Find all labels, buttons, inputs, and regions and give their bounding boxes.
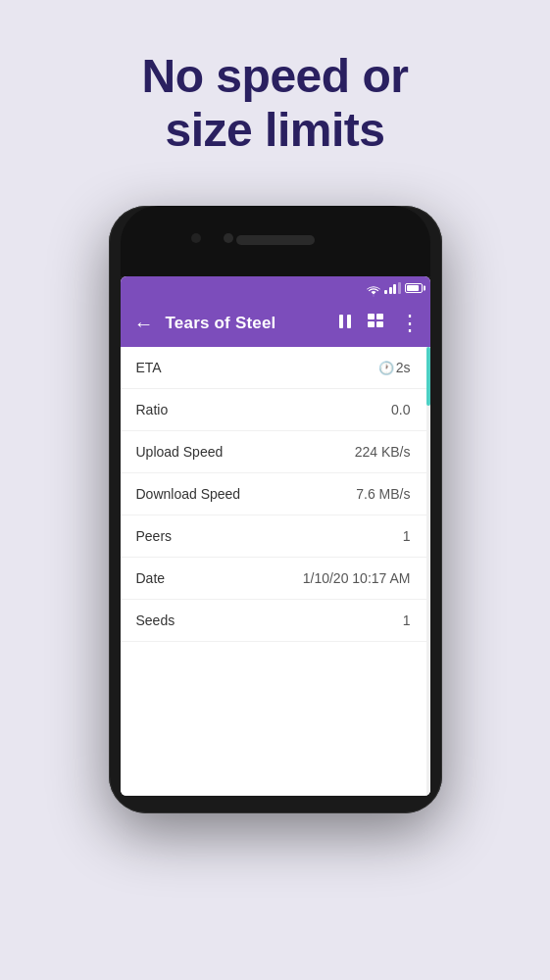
list-item: Upload Speed 224 KB/s — [121, 431, 426, 473]
svg-rect-3 — [376, 314, 383, 319]
pause-button[interactable] — [336, 313, 354, 335]
peers-value: 1 — [403, 528, 411, 544]
seeds-value: 1 — [403, 612, 411, 628]
content-area: ETA 🕐 2s Ratio 0.0 Upload Speed — [121, 347, 430, 796]
svg-rect-2 — [368, 314, 375, 319]
scrollbar-thumb — [426, 347, 430, 406]
headline-line1: No speed or — [142, 50, 409, 102]
list-item: Seeds 1 — [121, 600, 426, 642]
list-item: Download Speed 7.6 MB/s — [121, 473, 426, 515]
ratio-label: Ratio — [136, 402, 169, 417]
signal-bar-4 — [398, 282, 401, 294]
download-speed-value: 7.6 MB/s — [356, 486, 410, 502]
toolbar-title: Tears of Steel — [166, 314, 328, 333]
details-list: ETA 🕐 2s Ratio 0.0 Upload Speed — [121, 347, 426, 796]
camera-left — [191, 233, 201, 243]
list-item: ETA 🕐 2s — [121, 347, 426, 389]
peers-label: Peers — [136, 528, 173, 544]
phone-shell: ← Tears of Steel — [109, 206, 442, 813]
eta-label: ETA — [136, 360, 162, 375]
signal-bar-3 — [393, 284, 396, 294]
app-toolbar: ← Tears of Steel — [121, 300, 430, 347]
list-view-button[interactable] — [368, 314, 385, 334]
headline-line2: size limits — [166, 104, 385, 156]
svg-rect-0 — [339, 315, 343, 328]
seeds-label: Seeds — [136, 612, 175, 628]
phone-screen: ← Tears of Steel — [121, 276, 430, 796]
phone-mockup: ← Tears of Steel — [109, 206, 442, 813]
list-item: Date 1/10/20 10:17 AM — [121, 558, 426, 600]
list-item: Peers 1 — [121, 515, 426, 558]
eta-value: 🕐 2s — [378, 360, 411, 375]
signal-bars-icon — [384, 282, 401, 294]
date-label: Date — [136, 570, 166, 586]
speaker — [236, 235, 315, 245]
svg-rect-4 — [368, 321, 375, 327]
phone-top-bar — [121, 206, 430, 276]
battery-icon — [405, 283, 423, 293]
upload-speed-value: 224 KB/s — [355, 444, 411, 460]
date-value: 1/10/20 10:17 AM — [303, 570, 411, 586]
upload-speed-label: Upload Speed — [136, 444, 224, 460]
headline-text: No speed or size limits — [103, 49, 448, 157]
toolbar-actions: ⋮ — [336, 313, 421, 335]
clock-icon: 🕐 — [378, 361, 394, 375]
signal-bar-1 — [384, 290, 387, 294]
download-speed-label: Download Speed — [136, 486, 241, 502]
ratio-value: 0.0 — [391, 402, 410, 417]
scrollbar[interactable] — [426, 347, 430, 796]
svg-rect-1 — [347, 315, 351, 328]
camera-right — [224, 233, 233, 243]
back-button[interactable]: ← — [130, 309, 158, 339]
status-bar — [121, 276, 430, 300]
status-icons — [367, 282, 423, 294]
svg-rect-5 — [376, 321, 383, 327]
signal-bar-2 — [389, 287, 392, 294]
list-item: Ratio 0.0 — [121, 389, 426, 431]
wifi-icon — [367, 283, 380, 294]
more-options-button[interactable]: ⋮ — [399, 313, 421, 334]
eta-value-text: 2s — [396, 360, 411, 375]
battery-fill — [407, 285, 419, 291]
